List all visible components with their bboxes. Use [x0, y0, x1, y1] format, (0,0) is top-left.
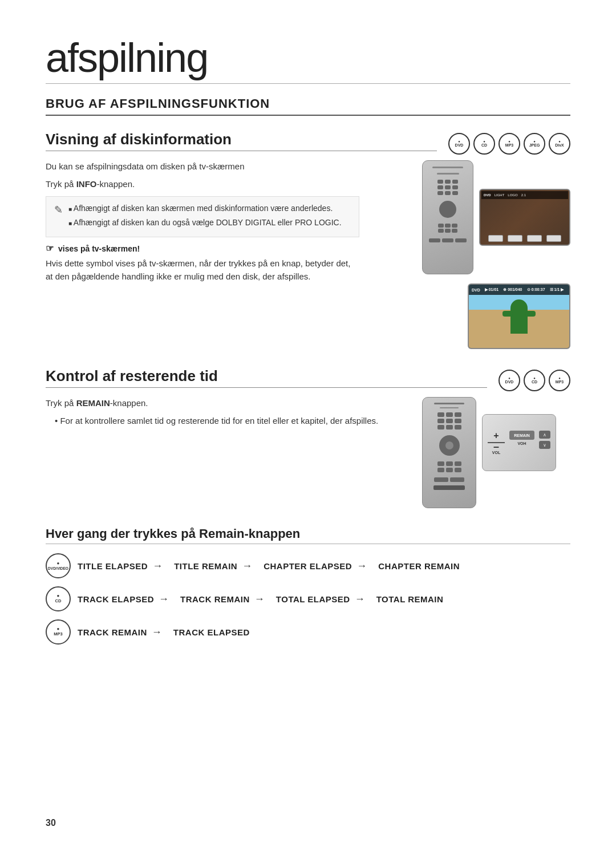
jpeg-badge: ●JPEG [524, 133, 545, 155]
divx-badge: ●DivX [549, 133, 570, 155]
flow-item-track-remain-2: TRACK REMAIN [78, 627, 147, 637]
visning-illustrations: DVD LIGHT LOGO 2.1 [376, 160, 570, 349]
cd-badge-2: ●CD [524, 370, 545, 391]
cactus-decoration [510, 299, 528, 334]
remote-illustration-1 [422, 160, 473, 274]
flow-arrow-2: → [242, 560, 252, 572]
page-title: afspilning [46, 34, 570, 81]
section-header: BRUG AF AFSPILNINGSFUNKTION [46, 96, 570, 116]
subsection-kontrol: Kontrol af resterende tid ●DVD ●CD ●MP3 … [46, 367, 570, 508]
note-content: Afhængigt af disken kan skærmen med disk… [68, 202, 342, 231]
page: afspilning BRUG AF AFSPILNINGSFUNKTION V… [0, 0, 616, 851]
visning-body1: Du kan se afspilningsdata om disken på t… [46, 160, 359, 173]
subsection-title-kontrol: Kontrol af resterende tid [46, 367, 487, 388]
mp3-badge: ●MP3 [499, 133, 520, 155]
flow-arrow-3: → [356, 560, 367, 572]
illustration-2: DVD ▶ 01/01 ⊕ 001/040 ⊙ 0:00:37 ☰ 1/1 ▶ [468, 283, 570, 349]
screen-illustration-1: DVD LIGHT LOGO 2.1 [479, 189, 570, 246]
flow-arrow-5: → [254, 593, 265, 605]
flow-item-title-remain: TITLE REMAIN [174, 561, 237, 571]
dvd-badge: ●DVD [448, 133, 470, 155]
visning-step1: Tryk på INFO-knappen. [46, 178, 359, 191]
kontrol-step1: Tryk på REMAIN-knappen. [46, 397, 405, 410]
flow-section: Hver gang der trykkes på Remain-knappen … [46, 526, 570, 645]
remote-remain [422, 397, 476, 508]
flow-badge-mp3: ● MP3 [46, 619, 71, 645]
kontrol-bullet1: For at kontrollere samlet tid og restere… [55, 415, 405, 428]
kontrol-left: Tryk på REMAIN-knappen. For at kontrolle… [46, 397, 405, 508]
mp3-badge-2: ●MP3 [549, 370, 570, 391]
subsection-visning: Visning af diskinformation ●DVD ●CD ●MP3… [46, 131, 570, 349]
hand-icon: ☞ [46, 243, 54, 254]
flow-item-track-remain-1: TRACK REMAIN [180, 594, 250, 604]
dvd-badge-2: ●DVD [499, 370, 520, 391]
flow-arrow-4: → [159, 593, 169, 605]
flow-row-mp3: ● MP3 TRACK REMAIN → TRACK ELAPSED [46, 619, 570, 645]
flow-item-track-elapsed-2: TRACK ELAPSED [173, 627, 250, 637]
flow-title: Hver gang der trykkes på Remain-knappen [46, 526, 570, 544]
flow-arrow-7: → [152, 626, 162, 638]
vol-remain-panel-container: + – VOL REMAIN VOH ∧ ∨ [482, 414, 556, 471]
note-item-2: Afhængigt af disken kan du også vælge DO… [68, 217, 342, 229]
vol-remain-panel: + – VOL REMAIN VOH ∧ ∨ [482, 414, 556, 471]
arrow-up-btn[interactable]: ∧ [539, 431, 550, 439]
arrow-down-btn[interactable]: ∨ [539, 441, 550, 449]
note-box: ✎ Afhængigt af disken kan skærmen med di… [46, 196, 359, 237]
flow-item-track-elapsed-1: TRACK ELAPSED [78, 594, 154, 604]
flow-item-chapter-remain: CHAPTER REMAIN [378, 561, 460, 571]
remain-button[interactable]: REMAIN [509, 431, 534, 440]
subsection-title-visning: Visning af diskinformation [46, 131, 437, 151]
note-icon: ✎ [54, 204, 63, 216]
illustration-1: DVD LIGHT LOGO 2.1 [422, 160, 570, 274]
kontrol-right: + – VOL REMAIN VOH ∧ ∨ [422, 397, 570, 508]
badge-group-visning: ●DVD ●CD ●MP3 ●JPEG ●DivX [448, 131, 570, 155]
note-item-1: Afhængigt af disken kan skærmen med disk… [68, 202, 342, 214]
badge-group-kontrol: ●DVD ●CD ●MP3 [499, 367, 570, 391]
flow-row-dvd: ● DVD/VIDEO TITLE ELAPSED → TITLE REMAIN… [46, 553, 570, 578]
flow-item-title-elapsed: TITLE ELAPSED [78, 561, 148, 571]
symbol-label: vises på tv-skærmen! [58, 244, 140, 253]
symbol-body: Hvis dette symbol vises på tv-skærmen, n… [46, 257, 359, 283]
flow-arrow-6: → [355, 593, 365, 605]
flow-item-total-remain: TOTAL REMAIN [376, 594, 444, 604]
cd-badge: ●CD [473, 133, 495, 155]
flow-badge-dvd: ● DVD/VIDEO [46, 553, 71, 578]
flow-row-cd: ● CD TRACK ELAPSED → TRACK REMAIN → TOTA… [46, 586, 570, 611]
symbol-row: ☞ vises på tv-skærmen! [46, 243, 359, 254]
flow-item-chapter-elapsed: CHAPTER ELAPSED [264, 561, 352, 571]
flow-item-total-elapsed: TOTAL ELAPSED [276, 594, 350, 604]
page-number: 30 [46, 818, 56, 828]
flow-arrow-1: → [152, 560, 163, 572]
flow-badge-cd: ● CD [46, 586, 71, 611]
